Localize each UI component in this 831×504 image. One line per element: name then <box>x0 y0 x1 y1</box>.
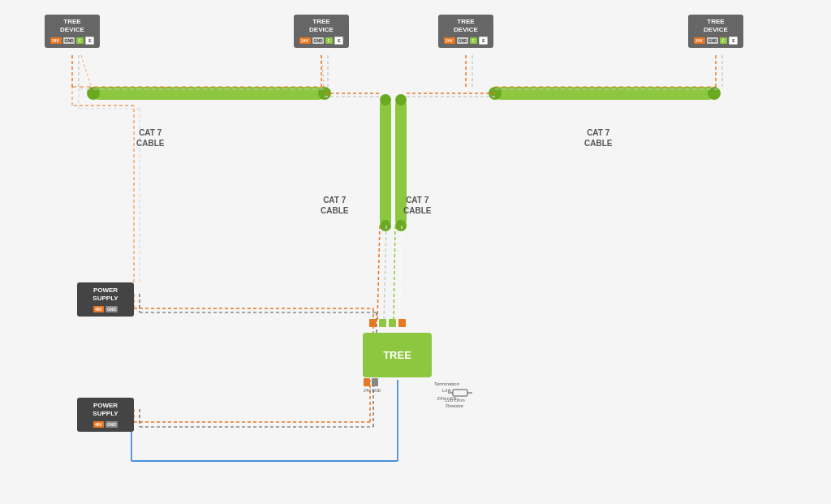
port-gnd-1: GND <box>63 37 75 44</box>
resistor-label: 120 OhmResistor <box>445 398 465 409</box>
svg-point-8 <box>380 94 391 106</box>
tree-device-2: TREEDEVICE 24V GND C E <box>294 15 349 48</box>
tree-main-device: TREE <box>363 333 432 377</box>
port-e-1: E <box>85 37 94 45</box>
tree-device-4-label: TREEDEVICE <box>692 18 739 33</box>
port-gnd-2: GND <box>312 37 324 44</box>
port-green-b <box>389 319 396 327</box>
svg-rect-0 <box>93 87 325 100</box>
port-c-3: C <box>470 37 478 44</box>
port-24v-4: 24V <box>694 37 705 44</box>
port-gnd-main <box>372 378 378 386</box>
ps2-port-48v: 48V <box>93 421 104 428</box>
ps2-port-gnd: GND <box>105 421 118 428</box>
svg-point-11 <box>395 220 407 231</box>
tree-main-label: TREE <box>383 349 411 361</box>
port-24v-main <box>364 378 370 386</box>
tree-bottom-section: 24V GND <box>364 378 381 393</box>
port-c-2: C <box>325 37 334 44</box>
ps1-port-gnd: GND <box>105 306 118 312</box>
svg-line-30 <box>377 226 380 321</box>
tree-device-1-label: TREEDEVICE <box>49 18 96 33</box>
tree-main-top-ports <box>369 319 406 327</box>
tree-device-3-label: TREEDEVICE <box>442 18 489 33</box>
ps1-port-48v: 48V <box>93 306 104 312</box>
tree-bottom-ports <box>364 378 378 386</box>
cable-label-2: CAT 7CABLE <box>321 195 348 216</box>
port-e-3: E <box>479 37 488 45</box>
power-supply-2: POWERSUPPLY 48V GND <box>77 398 134 432</box>
cable-label-1: CAT 7CABLE <box>136 127 164 149</box>
port-gnd-4: GND <box>707 37 718 44</box>
svg-point-9 <box>395 94 407 106</box>
port-24v-2: 24V <box>299 37 311 44</box>
cable-label-3: CAT 7CABLE <box>403 195 431 216</box>
tree-device-4: TREEDEVICE 24V GND C E <box>688 15 743 48</box>
port-c-1: C <box>76 37 84 44</box>
port-green-a <box>379 319 386 327</box>
svg-line-33 <box>399 226 402 321</box>
svg-point-10 <box>380 220 391 231</box>
ps1-label: POWERSUPPLY <box>82 286 129 304</box>
port-orange-b <box>398 319 406 327</box>
tree-device-2-label: TREEDEVICE <box>298 18 345 33</box>
ps2-label: POWERSUPPLY <box>82 402 129 419</box>
svg-line-31 <box>384 226 386 321</box>
tree-bottom-labels: 24V GND <box>364 388 381 393</box>
tree-device-1: TREEDEVICE 24V GND C E <box>45 15 100 48</box>
svg-line-32 <box>394 226 395 321</box>
port-24v-3: 24V <box>444 37 455 44</box>
cable-label-4: CAT 7CABLE <box>584 127 612 149</box>
diagram: TREEDEVICE 24V GND C E TREEDEVICE 24V GN… <box>0 0 831 504</box>
port-e-4: E <box>729 37 738 45</box>
svg-rect-6 <box>380 100 391 226</box>
port-e-2: E <box>334 37 343 45</box>
port-gnd-3: GND <box>457 37 468 44</box>
tree-device-3: TREEDEVICE 24V GND C E <box>438 15 493 48</box>
port-24v-1: 24V <box>50 37 62 44</box>
port-c-4: C <box>720 37 728 44</box>
port-orange-a <box>369 319 377 327</box>
power-supply-1: POWERSUPPLY 48V GND <box>77 282 134 317</box>
